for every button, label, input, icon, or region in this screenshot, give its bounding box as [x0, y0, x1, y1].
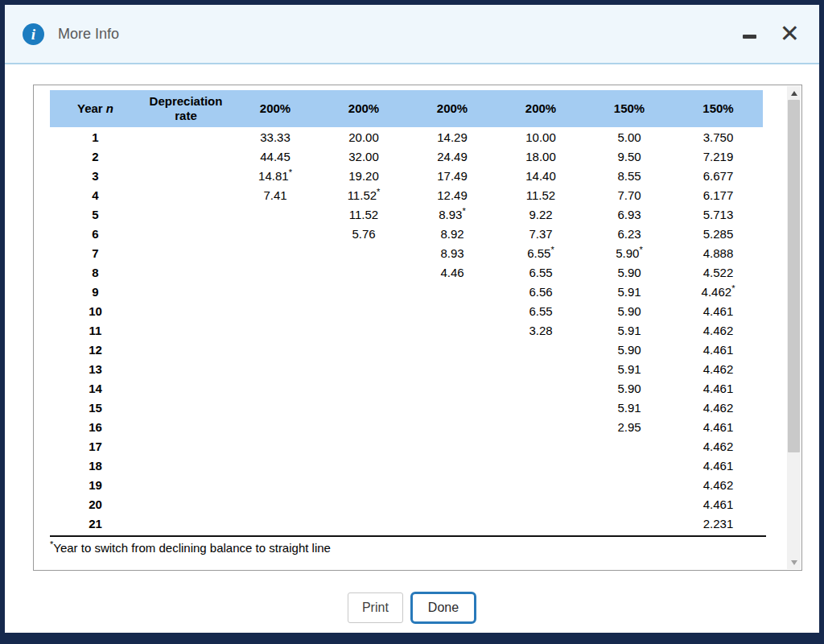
table-row: 65.768.927.376.235.285	[50, 224, 763, 243]
value-cell	[319, 301, 408, 320]
table-row: 155.914.462	[50, 398, 763, 417]
value-cell: 24.49	[408, 147, 496, 166]
value-cell	[231, 494, 319, 514]
value-cell: 4.461	[674, 340, 763, 359]
value-cell	[408, 475, 496, 494]
value-cell: 4.461	[674, 456, 763, 475]
value-cell: 7.41	[231, 185, 319, 204]
value-cell: 11.52	[496, 185, 585, 204]
value-cell	[496, 417, 585, 436]
header-rate-5: 150%	[585, 90, 674, 127]
value-cell: 6.55*	[496, 243, 585, 262]
value-cell: 2.95	[585, 417, 674, 436]
scroll-down-icon	[791, 560, 797, 565]
vertical-scrollbar[interactable]	[787, 86, 801, 569]
depreciation-rate-cell	[141, 262, 231, 282]
value-cell	[496, 475, 585, 494]
value-cell: 17.49	[408, 166, 496, 185]
value-cell: 9.22	[496, 204, 585, 224]
value-cell	[231, 320, 319, 340]
year-cell: 2	[50, 147, 141, 166]
value-cell: 5.90*	[585, 243, 674, 262]
value-cell: 10.00	[496, 127, 585, 147]
more-info-dialog: i More Info ✕	[0, 0, 824, 644]
value-cell	[496, 359, 585, 378]
value-cell: 7.219	[674, 147, 763, 166]
table-row: 162.954.461	[50, 417, 763, 436]
table-row: 113.285.914.462	[50, 320, 763, 340]
value-cell	[408, 320, 496, 340]
value-cell: 6.23	[585, 224, 674, 243]
value-cell: 7.70	[585, 185, 674, 204]
table-row: 133.3320.0014.2910.005.003.750	[50, 127, 763, 147]
value-cell	[231, 204, 319, 224]
value-cell: 11.52*	[319, 185, 408, 204]
value-cell	[231, 340, 319, 359]
value-cell: 6.93	[585, 204, 674, 224]
value-cell: 32.00	[319, 147, 408, 166]
value-cell	[319, 456, 408, 475]
scroll-down-button[interactable]	[787, 555, 801, 569]
value-cell	[496, 494, 585, 514]
value-cell	[408, 436, 496, 456]
depreciation-rate-cell	[141, 456, 231, 475]
dialog-titlebar: i More Info ✕	[5, 5, 819, 64]
table-row: 106.555.904.461	[50, 301, 763, 320]
table-header-row: Year n Depreciation rate 200% 200% 200% …	[50, 90, 763, 127]
value-cell: 6.55	[496, 262, 585, 282]
value-cell: 5.91	[585, 398, 674, 417]
header-depreciation-rate: Depreciation rate	[141, 90, 231, 127]
value-cell: 8.92	[408, 224, 496, 243]
scroll-up-button[interactable]	[787, 86, 801, 100]
minimize-button[interactable]	[741, 25, 759, 43]
print-button[interactable]: Print	[348, 592, 403, 623]
year-cell: 7	[50, 243, 141, 262]
value-cell: 8.93*	[408, 204, 496, 224]
depreciation-rate-cell	[141, 494, 231, 514]
value-cell: 12.49	[408, 185, 496, 204]
value-cell	[408, 398, 496, 417]
depreciation-rate-cell	[141, 378, 231, 398]
header-rate-4: 200%	[496, 90, 585, 127]
year-cell: 17	[50, 436, 141, 456]
year-cell: 1	[50, 127, 141, 147]
value-cell	[231, 456, 319, 475]
value-cell: 11.52	[319, 204, 408, 224]
value-cell	[408, 378, 496, 398]
header-year: Year n	[50, 90, 141, 127]
value-cell: 8.55	[585, 166, 674, 185]
done-button[interactable]: Done	[410, 592, 476, 624]
table-row: 212.231	[50, 514, 763, 533]
dialog-button-row: Print Done	[5, 592, 819, 624]
value-cell	[585, 494, 674, 514]
table-body: 133.3320.0014.2910.005.003.750244.4532.0…	[50, 127, 763, 533]
year-cell: 6	[50, 224, 141, 243]
year-cell: 19	[50, 475, 141, 494]
year-cell: 9	[50, 282, 141, 301]
value-cell: 4.461	[674, 417, 763, 436]
footnote-text: Year to switch from declining balance to…	[53, 541, 331, 555]
table-row: 511.528.93*9.226.935.713	[50, 204, 763, 224]
table-row: 145.904.461	[50, 378, 763, 398]
value-cell: 5.91	[585, 320, 674, 340]
table-row: 204.461	[50, 494, 763, 514]
scrollbar-thumb[interactable]	[788, 100, 800, 452]
value-cell: 6.55	[496, 301, 585, 320]
header-rate-3: 200%	[408, 90, 496, 127]
value-cell: 14.40	[496, 166, 585, 185]
value-cell: 5.90	[585, 262, 674, 282]
value-cell: 4.462	[674, 359, 763, 378]
value-cell	[319, 475, 408, 494]
value-cell	[319, 494, 408, 514]
value-cell	[231, 436, 319, 456]
depreciation-rate-cell	[141, 224, 231, 243]
depreciation-rate-cell	[141, 514, 231, 533]
value-cell: 4.46	[408, 262, 496, 282]
depreciation-table: Year n Depreciation rate 200% 200% 200% …	[50, 90, 763, 533]
close-button[interactable]: ✕	[780, 22, 800, 46]
info-icon: i	[23, 23, 44, 45]
header-rate-2: 200%	[319, 90, 408, 127]
year-cell: 11	[50, 320, 141, 340]
value-cell: 3.28	[496, 320, 585, 340]
value-cell: 44.45	[231, 147, 319, 166]
